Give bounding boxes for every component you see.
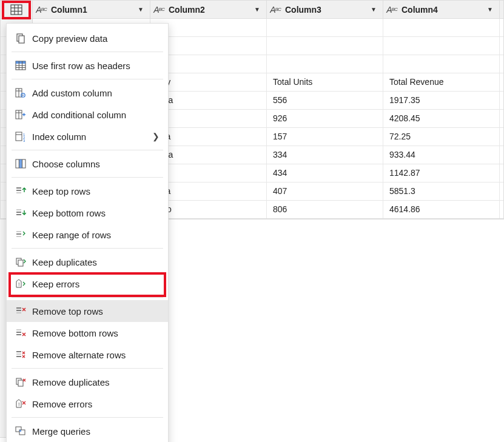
menu-remove-alternate-rows[interactable]: Remove alternate rows <box>7 344 168 366</box>
menu-index-column[interactable]: 123 Index column ❯ <box>7 126 168 147</box>
svg-rect-40 <box>18 260 23 266</box>
conditional-column-icon <box>13 109 29 120</box>
menu-label: Remove top rows <box>32 306 103 316</box>
cell[interactable] <box>383 55 500 73</box>
menu-label: Add conditional column <box>32 110 126 120</box>
menu-remove-top-rows[interactable]: Remove top rows <box>7 300 168 322</box>
menu-add-conditional-column[interactable]: Add conditional column <box>7 104 168 126</box>
filter-dropdown-icon[interactable]: ▼ <box>368 1 379 18</box>
menu-keep-errors[interactable]: ! Keep errors <box>7 273 168 295</box>
filter-dropdown-icon[interactable]: ▼ <box>252 1 263 18</box>
cell[interactable] <box>383 19 500 36</box>
column-header-4[interactable]: ABC Column4 ▼ <box>383 1 500 18</box>
table-context-menu: Copy preview data Use first row as heade… <box>6 23 169 442</box>
column-header-label: Column2 <box>167 5 205 15</box>
table-header-icon <box>13 61 29 70</box>
cell[interactable] <box>383 37 500 55</box>
cell[interactable]: 806 <box>267 201 383 218</box>
menu-separator <box>12 417 163 418</box>
menu-label: Keep duplicates <box>32 257 97 267</box>
cell[interactable]: Total Units <box>267 73 383 91</box>
cell[interactable]: 4614.86 <box>383 201 500 218</box>
abc-type-icon: ABC <box>267 5 284 15</box>
menu-remove-bottom-rows[interactable]: Remove bottom rows <box>7 322 168 344</box>
abc-type-icon: ABC <box>150 5 167 15</box>
filter-dropdown-icon[interactable]: ▼ <box>485 1 496 18</box>
copy-icon <box>13 33 29 44</box>
cell[interactable]: 434 <box>267 164 383 182</box>
cell[interactable]: 72.25 <box>383 128 500 146</box>
cell[interactable]: 926 <box>267 110 383 127</box>
column-header-2[interactable]: ABC Column2 ▼ <box>150 1 267 18</box>
menu-separator <box>12 248 163 249</box>
menu-separator <box>12 368 163 369</box>
menu-label: Merge queries <box>32 426 90 437</box>
cell[interactable]: 157 <box>267 128 383 146</box>
svg-rect-52 <box>18 380 23 386</box>
cell[interactable] <box>267 55 383 73</box>
keep-top-rows-icon <box>13 186 29 196</box>
menu-remove-duplicates[interactable]: Remove duplicates <box>7 371 168 393</box>
abc-type-icon: ABC <box>383 5 400 15</box>
cell[interactable]: 556 <box>267 92 383 109</box>
menu-choose-columns[interactable]: Choose columns <box>7 153 168 175</box>
keep-errors-icon: ! <box>13 279 29 289</box>
cell[interactable]: 407 <box>267 182 383 200</box>
svg-rect-6 <box>19 36 24 43</box>
cell[interactable]: 5851.3 <box>383 182 500 200</box>
cell[interactable]: 933.44 <box>383 146 500 164</box>
remove-top-rows-icon <box>13 306 29 316</box>
menu-label: Keep errors <box>32 279 79 289</box>
menu-separator <box>12 150 163 150</box>
header-row: ABC Column1 ▼ ABC Column2 ▼ ABC Column3 … <box>1 1 503 19</box>
menu-label: Keep range of rows <box>32 230 111 240</box>
menu-label: Add custom column <box>32 88 112 98</box>
choose-columns-icon <box>13 159 29 169</box>
svg-rect-0 <box>11 5 22 15</box>
menu-label: Choose columns <box>32 159 100 169</box>
svg-text:3: 3 <box>23 139 25 142</box>
menu-label: Keep bottom rows <box>32 208 106 218</box>
cell[interactable]: 1142.87 <box>383 164 500 182</box>
menu-separator <box>12 79 163 79</box>
menu-keep-duplicates[interactable]: Keep duplicates <box>7 251 168 273</box>
cell[interactable]: 4208.45 <box>383 110 500 127</box>
remove-duplicates-icon <box>13 377 29 387</box>
menu-keep-top-rows[interactable]: Keep top rows <box>7 180 168 202</box>
table-icon <box>10 4 22 15</box>
svg-rect-27 <box>19 159 22 168</box>
column-header-label: Column4 <box>400 5 438 15</box>
remove-errors-icon: ! <box>13 399 29 409</box>
menu-remove-errors[interactable]: ! Remove errors <box>7 393 168 415</box>
svg-text:!: ! <box>18 401 20 407</box>
cell[interactable]: 334 <box>267 146 383 164</box>
column-header-1[interactable]: ABC Column1 ▼ <box>33 1 150 18</box>
keep-duplicates-icon <box>13 257 29 267</box>
menu-add-custom-column[interactable]: Add custom column <box>7 82 168 104</box>
menu-separator <box>12 52 163 52</box>
cell[interactable] <box>267 19 383 36</box>
filter-dropdown-icon[interactable]: ▼ <box>135 1 146 18</box>
cell[interactable]: Total Revenue <box>383 73 500 91</box>
menu-keep-range-of-rows[interactable]: Keep range of rows <box>7 224 168 246</box>
svg-text:!: ! <box>18 281 20 287</box>
svg-rect-56 <box>19 430 21 432</box>
svg-point-17 <box>22 95 24 96</box>
svg-rect-8 <box>16 61 25 64</box>
remove-alternate-rows-icon <box>13 350 29 360</box>
table-menu-button[interactable] <box>1 1 33 18</box>
menu-use-first-row-as-headers[interactable]: Use first row as headers <box>7 55 168 76</box>
cell[interactable]: 1917.35 <box>383 92 500 109</box>
menu-label: Remove duplicates <box>32 377 110 387</box>
column-header-3[interactable]: ABC Column3 ▼ <box>267 1 383 18</box>
menu-label: Remove bottom rows <box>32 328 118 338</box>
add-column-gear-icon <box>13 87 29 98</box>
menu-keep-bottom-rows[interactable]: Keep bottom rows <box>7 202 168 224</box>
menu-label: Keep top rows <box>32 186 90 196</box>
cell[interactable] <box>267 37 383 55</box>
menu-merge-queries[interactable]: Merge queries <box>7 420 168 442</box>
menu-separator <box>12 177 163 178</box>
index-column-icon: 123 <box>13 131 29 142</box>
menu-label: Index column <box>32 132 86 142</box>
menu-copy-preview-data[interactable]: Copy preview data <box>7 27 168 49</box>
